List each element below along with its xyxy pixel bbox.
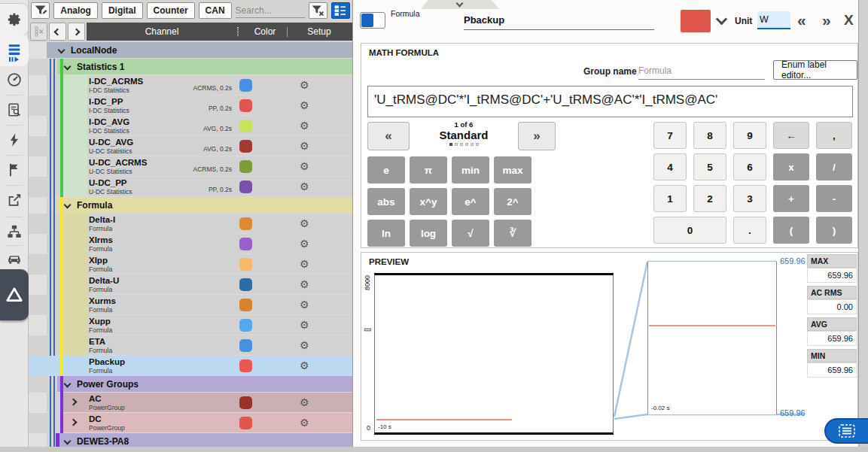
channel-list-toggle-button[interactable] — [824, 418, 868, 444]
channel-color-swatch[interactable] — [239, 396, 252, 409]
channel-color-swatch[interactable] — [239, 99, 252, 112]
channel-color-swatch[interactable] — [239, 278, 252, 291]
collapse-panel-tab[interactable] — [421, 0, 499, 9]
search-input[interactable] — [236, 3, 305, 18]
group-header-dewe3-pa8[interactable]: DEWE3-PA8 — [29, 433, 352, 447]
key-π[interactable]: π — [410, 156, 447, 184]
channel-row-ac[interactable]: ACPowerGroup⚙ — [29, 393, 352, 413]
channel-row-i-dc-pp[interactable]: I-DC_PPI-DC StatisticsPP, 0.2s⚙ — [29, 96, 352, 116]
key-abs[interactable]: abs — [367, 188, 405, 215]
prev-channel-button[interactable]: « — [797, 11, 806, 30]
nav-back-button[interactable] — [49, 23, 66, 41]
channel-color-swatch[interactable] — [239, 299, 252, 311]
key-e^[interactable]: e^ — [452, 188, 489, 215]
next-channel-button[interactable]: » — [822, 11, 831, 30]
formula-enabled-toggle[interactable] — [360, 12, 385, 29]
preview-overview-chart[interactable]: -10 s — [374, 273, 614, 435]
column-grip-icon[interactable] — [237, 27, 239, 36]
channel-row-u-dc-acrms[interactable]: U-DC_ACRMSU-DC StatisticsACRMS, 0.2s⚙ — [29, 156, 352, 177]
channel-setup-gear-icon[interactable]: ⚙ — [300, 139, 309, 153]
channel-setup-gear-icon[interactable]: ⚙ — [300, 237, 309, 250]
channel-color-swatch[interactable] — [239, 238, 252, 250]
channel-color-swatch[interactable] — [239, 258, 252, 271]
key-e[interactable]: e — [367, 156, 405, 184]
channel-color-swatch[interactable] — [239, 359, 252, 372]
channel-setup-gear-icon[interactable]: ⚙ — [300, 217, 309, 230]
channel-row-xurms[interactable]: XurmsFormula⚙ — [29, 295, 352, 315]
channel-row-pbackup[interactable]: PbackupFormula⚙ — [29, 356, 352, 376]
channel-row-xupp[interactable]: XuppFormula⚙ — [29, 315, 352, 335]
key-2^[interactable]: 2^ — [494, 188, 531, 215]
hide-columns-button[interactable] — [30, 23, 47, 41]
channel-row-xirms[interactable]: XIrmsFormula⚙ — [29, 234, 352, 254]
column-color[interactable]: Color — [243, 26, 287, 37]
export-share-icon[interactable] — [0, 188, 29, 212]
key-x[interactable]: x — [773, 153, 809, 180]
key-.[interactable]: . — [733, 217, 766, 244]
channel-setup-gear-icon[interactable]: ⚙ — [300, 359, 309, 372]
filter-button-can[interactable]: CAN — [199, 2, 232, 19]
channel-row-xipp[interactable]: XIppFormula⚙ — [29, 254, 352, 275]
filter-clear-button[interactable] — [309, 2, 327, 19]
event-flag-icon[interactable] — [0, 158, 29, 182]
key-ln[interactable]: ln — [367, 220, 405, 247]
key-7[interactable]: 7 — [653, 122, 687, 149]
key-3[interactable]: 3 — [733, 185, 766, 212]
key-←[interactable]: ← — [773, 122, 809, 149]
channel-setup-gear-icon[interactable]: ⚙ — [300, 78, 309, 92]
report-document-icon[interactable] — [0, 98, 29, 122]
column-setup[interactable]: Setup — [288, 26, 351, 37]
key-5[interactable]: 5 — [693, 153, 726, 180]
key-,[interactable]: , — [816, 122, 852, 149]
key-√[interactable]: √ — [452, 220, 489, 247]
group-header-localnode[interactable]: LocalNode — [29, 42, 352, 59]
key-4[interactable]: 4 — [653, 153, 687, 180]
channel-setup-gear-icon[interactable]: ⚙ — [300, 318, 309, 332]
key-∛[interactable]: ∛ — [494, 220, 531, 247]
channel-color-swatch[interactable] — [239, 79, 252, 92]
key-/[interactable]: / — [816, 153, 852, 180]
channel-setup-gear-icon[interactable]: ⚙ — [300, 298, 309, 311]
channel-row-i-dc-acrms[interactable]: I-DC_ACRMSI-DC StatisticsACRMS, 0.2s⚙ — [29, 75, 352, 96]
key-+[interactable]: + — [773, 185, 809, 212]
channel-row-delta-i[interactable]: Delta-IFormula⚙ — [29, 214, 352, 234]
key-min[interactable]: min — [452, 156, 489, 184]
formula-expression-input[interactable]: 'U_tRMS@DC'*'I_tRMS@DC'+'U_tRMS@AC'*'I_t… — [367, 86, 853, 117]
key-0[interactable]: 0 — [653, 217, 726, 244]
channel-color-swatch[interactable] — [239, 319, 252, 332]
filter-button-digital[interactable]: Digital — [102, 2, 143, 19]
unit-input[interactable] — [757, 11, 790, 29]
channel-setup-gear-icon[interactable]: ⚙ — [300, 119, 309, 132]
keypad-page-prev-button[interactable]: « — [367, 122, 410, 150]
key-1[interactable]: 1 — [653, 185, 687, 212]
key-2[interactable]: 2 — [693, 185, 726, 212]
key--[interactable]: - — [816, 185, 852, 212]
channel-setup-gear-icon[interactable]: ⚙ — [300, 180, 309, 193]
channel-row-u-dc-pp[interactable]: U-DC_PPU-DC StatisticsPP, 0.2s⚙ — [29, 177, 352, 197]
group-header-statistics-1[interactable]: Statistics 1 — [29, 59, 352, 75]
dewetron-delta-logo[interactable] — [0, 269, 29, 320]
channel-setup-gear-icon[interactable]: ⚙ — [300, 338, 309, 352]
filter-button-analog[interactable]: Analog — [53, 2, 98, 19]
channel-setup-gear-icon[interactable]: ⚙ — [300, 416, 309, 429]
channel-color-swatch[interactable] — [239, 160, 252, 173]
channel-color-swatch[interactable] — [239, 339, 252, 352]
channel-color-swatch[interactable] — [239, 120, 252, 132]
group-name-input[interactable] — [638, 62, 765, 80]
channel-setup-gear-icon[interactable]: ⚙ — [300, 396, 309, 409]
channel-color-swatch[interactable] — [681, 10, 711, 32]
network-sitemap-icon[interactable] — [0, 220, 29, 244]
trigger-bolt-icon[interactable] — [0, 128, 29, 152]
preview-zoom-chart[interactable]: -0.02 s — [647, 262, 777, 414]
group-header-power-groups[interactable]: Power Groups — [29, 376, 352, 393]
channel-row-eta[interactable]: ETAFormula⚙ — [29, 335, 352, 356]
channel-setup-gear-icon[interactable]: ⚙ — [300, 278, 309, 291]
color-dropdown-chevron-icon[interactable] — [716, 14, 728, 26]
channel-color-swatch[interactable] — [239, 180, 252, 193]
column-channel[interactable]: Channel — [87, 26, 237, 37]
channel-setup-gear-icon[interactable]: ⚙ — [300, 99, 309, 112]
channel-row-delta-u[interactable]: Delta-UFormula⚙ — [29, 275, 352, 295]
key-max[interactable]: max — [494, 156, 531, 184]
channel-row-i-dc-avg[interactable]: I-DC_AVGI-DC StatisticsAVG, 0.2s⚙ — [29, 116, 352, 136]
enum-label-editor-button[interactable]: Enum label editor... — [773, 60, 857, 80]
